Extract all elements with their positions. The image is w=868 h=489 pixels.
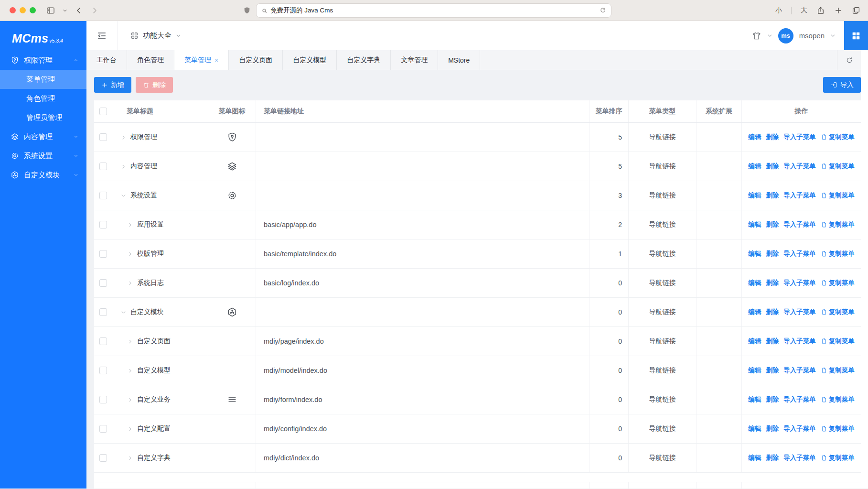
action-copy-link[interactable]: 复制菜单	[821, 454, 855, 462]
collapse-row-icon[interactable]	[120, 309, 127, 315]
delete-button[interactable]: 删除	[136, 77, 173, 93]
action-copy-link[interactable]: 复制菜单	[821, 191, 855, 200]
action-edit-link[interactable]: 编辑	[748, 366, 761, 375]
apps-menu-button[interactable]: 功能大全	[118, 31, 181, 40]
action-copy-link[interactable]: 复制菜单	[821, 337, 855, 346]
action-import-sub-link[interactable]: 导入子菜单	[783, 191, 816, 200]
sidebar-item-0-2[interactable]: 管理员管理	[0, 108, 86, 127]
expand-row-icon[interactable]	[127, 368, 133, 374]
action-import-sub-link[interactable]: 导入子菜单	[783, 424, 816, 433]
expand-row-icon[interactable]	[120, 163, 127, 170]
select-all-checkbox[interactable]	[99, 108, 107, 115]
action-edit-link[interactable]: 编辑	[748, 454, 761, 462]
expand-row-icon[interactable]	[127, 455, 133, 461]
action-import-sub-link[interactable]: 导入子菜单	[783, 395, 816, 404]
row-checkbox[interactable]	[99, 163, 107, 170]
expand-row-icon[interactable]	[127, 280, 133, 286]
action-import-sub-link[interactable]: 导入子菜单	[783, 454, 816, 462]
import-button[interactable]: 导入	[823, 77, 861, 93]
action-copy-link[interactable]: 复制菜单	[821, 220, 855, 229]
tab-2[interactable]: 菜单管理×	[174, 50, 229, 70]
action-delete-link[interactable]: 删除	[766, 308, 779, 316]
action-edit-link[interactable]: 编辑	[748, 308, 761, 316]
action-copy-link[interactable]: 复制菜单	[821, 395, 855, 404]
tab-1[interactable]: 角色管理	[127, 50, 174, 70]
expand-row-icon[interactable]	[127, 397, 133, 403]
tab-4[interactable]: 自定义模型	[283, 50, 337, 70]
row-checkbox[interactable]	[99, 133, 107, 141]
expand-row-icon[interactable]	[127, 338, 133, 345]
action-delete-link[interactable]: 删除	[766, 220, 779, 229]
tab-7[interactable]: MStore	[438, 50, 480, 70]
action-delete-link[interactable]: 删除	[766, 366, 779, 375]
expand-row-icon[interactable]	[127, 222, 133, 228]
row-checkbox[interactable]	[99, 337, 107, 345]
add-button[interactable]: 新增	[94, 77, 131, 93]
action-delete-link[interactable]: 删除	[766, 454, 779, 462]
action-copy-link[interactable]: 复制菜单	[821, 424, 855, 433]
zoom-window-button[interactable]	[30, 7, 36, 13]
browser-sidebar-toggle-icon[interactable]	[46, 6, 55, 15]
action-delete-link[interactable]: 删除	[766, 191, 779, 200]
tab-0[interactable]: 工作台	[86, 50, 127, 70]
row-checkbox[interactable]	[99, 250, 107, 258]
row-checkbox[interactable]	[99, 221, 107, 228]
theme-tshirt-icon[interactable]	[752, 31, 761, 41]
action-copy-link[interactable]: 复制菜单	[821, 250, 855, 258]
row-checkbox[interactable]	[99, 279, 107, 287]
sidebar-group-2[interactable]: 系统设置	[0, 146, 86, 165]
collapse-row-icon[interactable]	[120, 193, 127, 199]
action-delete-link[interactable]: 删除	[766, 279, 779, 287]
action-copy-link[interactable]: 复制菜单	[821, 279, 855, 287]
refresh-tab-button[interactable]	[837, 50, 861, 70]
scrollbar-track[interactable]	[861, 70, 868, 489]
row-checkbox[interactable]	[99, 192, 107, 199]
expand-row-icon[interactable]	[127, 426, 133, 432]
privacy-shield-icon[interactable]	[243, 6, 251, 15]
expand-row-icon[interactable]	[120, 134, 127, 141]
chevron-down-icon[interactable]	[63, 8, 67, 13]
text-smaller-button[interactable]: 小	[775, 6, 782, 15]
share-icon[interactable]	[816, 6, 825, 15]
chevron-down-icon[interactable]	[767, 33, 772, 38]
minimize-window-button[interactable]	[20, 7, 26, 13]
action-delete-link[interactable]: 删除	[766, 133, 779, 141]
new-tab-icon[interactable]	[834, 6, 843, 15]
action-import-sub-link[interactable]: 导入子菜单	[783, 133, 816, 141]
action-copy-link[interactable]: 复制菜单	[821, 308, 855, 316]
action-edit-link[interactable]: 编辑	[748, 133, 761, 141]
action-import-sub-link[interactable]: 导入子菜单	[783, 162, 816, 171]
action-edit-link[interactable]: 编辑	[748, 395, 761, 404]
action-edit-link[interactable]: 编辑	[748, 279, 761, 287]
action-delete-link[interactable]: 删除	[766, 424, 779, 433]
close-window-button[interactable]	[10, 7, 16, 13]
action-copy-link[interactable]: 复制菜单	[821, 133, 855, 141]
close-icon[interactable]: ×	[214, 57, 218, 64]
action-edit-link[interactable]: 编辑	[748, 191, 761, 200]
action-copy-link[interactable]: 复制菜单	[821, 162, 855, 171]
action-delete-link[interactable]: 删除	[766, 337, 779, 346]
action-delete-link[interactable]: 删除	[766, 250, 779, 258]
action-edit-link[interactable]: 编辑	[748, 250, 761, 258]
action-import-sub-link[interactable]: 导入子菜单	[783, 279, 816, 287]
menu-fold-icon[interactable]	[86, 31, 117, 41]
sidebar-item-0-0[interactable]: 菜单管理	[0, 70, 86, 89]
row-checkbox[interactable]	[99, 454, 107, 462]
tab-6[interactable]: 文章管理	[391, 50, 438, 70]
action-edit-link[interactable]: 编辑	[748, 424, 761, 433]
action-import-sub-link[interactable]: 导入子菜单	[783, 220, 816, 229]
action-edit-link[interactable]: 编辑	[748, 337, 761, 346]
sidebar-group-3[interactable]: 自定义模块	[0, 165, 86, 185]
sidebar-group-0[interactable]: 权限管理	[0, 51, 86, 70]
action-import-sub-link[interactable]: 导入子菜单	[783, 308, 816, 316]
sidebar-item-0-1[interactable]: 角色管理	[0, 89, 86, 108]
action-delete-link[interactable]: 删除	[766, 395, 779, 404]
tab-3[interactable]: 自定义页面	[229, 50, 283, 70]
expand-row-icon[interactable]	[127, 251, 133, 257]
sidebar-group-1[interactable]: 内容管理	[0, 127, 86, 146]
action-import-sub-link[interactable]: 导入子菜单	[783, 337, 816, 346]
avatar[interactable]: ms	[778, 28, 793, 43]
apps-grid-button[interactable]	[844, 21, 868, 50]
row-checkbox[interactable]	[99, 425, 107, 433]
action-import-sub-link[interactable]: 导入子菜单	[783, 250, 816, 258]
